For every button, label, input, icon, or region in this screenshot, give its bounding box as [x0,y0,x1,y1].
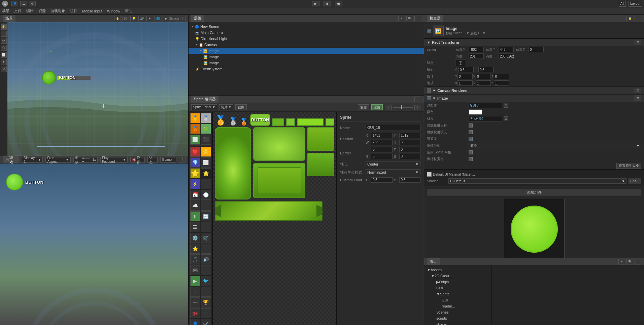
sprite-icon-blank3[interactable] [201,201,211,211]
asset-search-btn[interactable]: 🔍 [626,259,633,264]
inspector-more-btn[interactable]: ⋮ [635,16,641,21]
sprite-x-field[interactable]: 1431 [371,133,393,138]
scene-tool-transform[interactable]: ✦ [1,59,7,65]
rect-pivot-x-field[interactable]: 0.5 [459,67,474,72]
use-sprite-mesh-checkbox[interactable] [469,150,473,154]
sprite-icon-blank4[interactable] [201,222,211,232]
hierarchy-item-image-parent[interactable]: ▼ 🖼️ Image [189,48,424,54]
rect-pos-x-field[interactable]: -802 [469,47,484,52]
sprite-t-field[interactable]: 0 [399,147,421,152]
sprite-icon-gplus[interactable]: g+ [190,308,200,318]
menu-assets[interactable]: 资源 [38,8,46,13]
asset-tree-sprite[interactable]: ▼ Sprite [426,291,490,297]
sprite-icon-medal-gold[interactable]: 🥇 [190,113,200,123]
sprite-icon-lightning[interactable]: ⚡ [190,179,200,189]
set-native-btn[interactable]: 设置原生大小 [616,163,641,169]
rect-rot-y-field[interactable]: 0 [476,74,491,79]
scene-tool-hand[interactable]: ✋ [114,16,121,21]
insp-layer-dropdown[interactable]: UI ▼ [478,31,486,35]
sprite-icon-clock[interactable]: 🕐 [201,190,211,200]
sprite-icon-blank7[interactable] [201,287,211,297]
asset-tree-scripts[interactable]: scripts [426,315,490,321]
sprite-icon-heart[interactable]: ❤️ [190,147,200,157]
sprite-icon-star-black[interactable]: ⭐ [201,168,211,178]
hierarchy-add-btn[interactable]: + [398,16,405,21]
sprite-icon-rect[interactable]: ⬛ [201,135,211,145]
rect-rot-z-field[interactable]: 0 [494,74,509,79]
rect-scale-y-field[interactable]: 1 [476,80,491,86]
asset-tab[interactable]: 项目 [427,258,440,265]
sprite-big-rect[interactable] [215,127,251,200]
insp-object-name[interactable]: Image [446,26,486,31]
sprite-editor-zoom-out[interactable]: - [385,105,392,110]
menu-edit[interactable]: 编辑 [26,8,34,13]
menu-window[interactable]: Window [107,9,120,13]
material-field[interactable]: 无 (材质) [469,116,502,121]
game-playmode-dropdown[interactable]: Play Focused ▼ [100,157,128,162]
rect-scale-x-field[interactable]: 1 [457,80,473,86]
sprite-icon-coin[interactable]: 🪙 [201,147,211,157]
sprite-icon-blank[interactable]: ⬜ [201,157,211,168]
sprite-small-rect-1[interactable] [307,127,334,151]
sprite-h-field[interactable]: 55 [399,140,421,145]
scene-tool-scale[interactable]: ⬡ [1,45,7,51]
shader-edit-btn[interactable]: Edit... [628,178,641,184]
insp-canvas-renderer-header[interactable]: ✓ ▼ Canvas Renderer ⚙ [424,87,644,94]
scene-tool-custom[interactable]: ⚙ [1,66,7,72]
scene-tab[interactable]: 场景 [3,15,15,22]
canvas-renderer-settings-btn[interactable]: ⚙ [635,88,641,93]
collab-btn[interactable]: ⚙ [29,1,36,6]
asset-tree-shader[interactable]: shader [426,321,490,325]
sprite-icon-medal-silver[interactable]: 🥈 [201,113,211,123]
sprite-y-field[interactable]: 1512 [399,133,421,138]
asset-tree-readm[interactable]: readm... [426,303,490,309]
sprite-icon-blank6[interactable] [201,265,211,275]
game-state-btn[interactable]: 状态 [147,157,158,162]
sprite-icon-refresh[interactable]: 🔄 [201,211,211,221]
sprite-icon-star-big[interactable]: ⭐ [190,168,200,178]
sprite-icon-blank2[interactable] [201,179,211,189]
hierarchy-item-image-child2[interactable]: 🖼️ Image [189,60,424,66]
sprite-editor-tab[interactable]: Sprite 编辑器 [191,96,218,103]
sprite-pivot-unit-dropdown[interactable]: Normalized ▼ [366,169,420,175]
sprite-icon-cloud[interactable]: ☁️ [190,201,200,211]
sprite-medium-rect-1[interactable] [253,127,305,161]
hierarchy-item-dirlight[interactable]: 💡 Directional Light [189,36,424,42]
sprite-icon-blank5[interactable] [201,244,211,254]
rect-anchor-picker[interactable] [455,60,466,66]
scene-more-btn[interactable]: ⋮ [179,16,185,21]
scene-tool-fx[interactable]: ✦ [146,16,153,21]
sprite-b-field[interactable]: 0 [399,154,421,159]
scene-viewport[interactable]: ✋ ↔ ⟳ ⬡ ⬜ ✦ ⚙ ↑ [0,22,188,156]
sprite-editor-trim-btn[interactable]: 裁据 [235,104,247,110]
material-pick-btn[interactable]: ⊙ [504,116,508,121]
scene-tool-rotate[interactable]: ⟳ [1,38,7,44]
menu-component[interactable]: 组件 [70,8,77,13]
sprite-r-field[interactable]: 0 [371,154,393,159]
sprite-editor-apply-btn[interactable]: 应用 [371,104,383,110]
sprite-icon-bird[interactable]: 🐦 [201,276,211,286]
sprite-small-rect-2[interactable] [307,153,334,176]
sprite-pivot-dropdown[interactable]: Center ▼ [366,161,420,167]
game-mute-btn[interactable]: 🔇 静音 [130,157,145,162]
sprite-pivot-y-field[interactable]: 0.5 [399,177,421,183]
sprite-icon-check[interactable]: ✔️ [201,319,211,325]
search-dropdown[interactable]: All [619,1,626,7]
sprite-icon-pause[interactable]: ⏸ [190,211,200,221]
scene-tool-2d[interactable]: 2D [122,16,129,21]
sprite-icon-settings[interactable]: ⚙️ [190,233,200,243]
asset-tree-assets[interactable]: ▼ Assets [426,267,490,273]
sprite-icon-music[interactable]: 🎵 [190,254,200,264]
hierarchy-item-image-child1[interactable]: 🖼️ Image [189,54,424,60]
sprite-name-field[interactable]: GUI_16 [366,125,420,131]
rect-rot-x-field[interactable]: 0 [457,74,473,79]
rect-pos-z-field[interactable]: 0 [529,47,544,52]
sprite-icon-f-icon[interactable]: f [190,287,200,297]
game-display-dropdown[interactable]: Display 1 ▼ [22,157,43,162]
play-button[interactable]: ▶ [312,1,319,6]
sprite-canvas-area[interactable]: 🥇 🥈 🥉 BUTTON [213,112,336,325]
game-tab[interactable]: 🎮 游戏 [3,156,19,163]
scene-tool-audio[interactable]: 🔊 [138,16,145,21]
layout-dropdown[interactable]: Layout [629,1,642,7]
hierarchy-item-canvas[interactable]: ▼ 📋 Canvas [189,42,424,48]
